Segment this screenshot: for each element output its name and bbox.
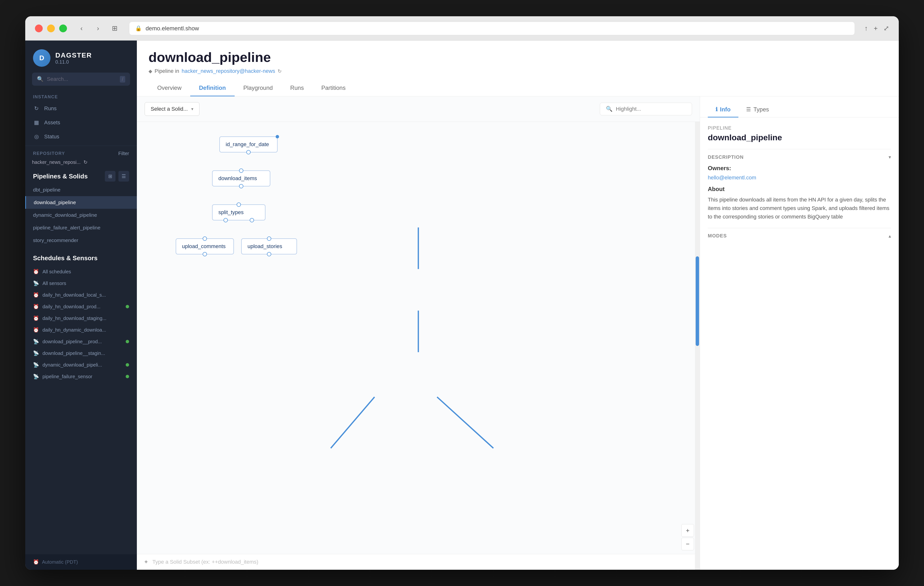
node-top-dot-st [237, 202, 241, 207]
pipeline-item-dynamic[interactable]: dynamic_download_pipeline [25, 209, 137, 222]
sidebar-item-assets-label: Assets [44, 119, 60, 126]
node-upload-stories[interactable]: upload_stories [241, 238, 297, 254]
sensor-label-2: dynamic_download_pipeli... [43, 362, 122, 368]
breadcrumb-repo[interactable]: hacker_news_repository@hacker-news [182, 68, 276, 74]
pipeline-item-failure-alert[interactable]: pipeline_failure_alert_pipeline [25, 222, 137, 234]
share-button[interactable]: ↑ [865, 24, 868, 32]
owners-value: hello@elementl.com [708, 175, 891, 181]
timezone-label: Automatic (PDT) [42, 559, 78, 565]
description-section-header[interactable]: DESCRIPTION ▾ [708, 149, 891, 165]
repo-refresh-icon[interactable]: ↻ [84, 159, 87, 165]
node-bottom-dot [246, 150, 251, 154]
about-label: About [708, 186, 891, 192]
breadcrumb-refresh-icon[interactable]: ↻ [277, 68, 282, 74]
node-label-upload-comments: upload_comments [182, 243, 228, 250]
tab-partitions[interactable]: Partitions [312, 80, 354, 96]
search-bar[interactable]: 🔍 / [32, 73, 130, 86]
sched-item-2[interactable]: ⏰ daily_hn_download_staging... [25, 313, 137, 324]
owners-label: Owners: [708, 165, 891, 172]
sched-item-3[interactable]: ⏰ daily_hn_dynamic_downloa... [25, 324, 137, 336]
tab-playground[interactable]: Playground [234, 80, 282, 96]
window-button[interactable]: ⊞ [110, 23, 119, 33]
description-title: DESCRIPTION [708, 154, 744, 160]
sidebar-divider [25, 146, 137, 146]
select-solid-chevron: ▾ [191, 106, 193, 112]
pipeline-item-dbt[interactable]: dbt_pipeline [25, 184, 137, 196]
node-id-range-for-date[interactable]: id_range_for_date [219, 136, 277, 152]
vertical-scrollbar[interactable] [695, 122, 700, 570]
schedules-section: Schedules & Sensors ⏰ All schedules 📡 Al… [25, 247, 137, 382]
sensor-icon-1: 📡 [33, 350, 39, 356]
node-label-id-range: id_range_for_date [226, 141, 271, 147]
modes-section-header[interactable]: MODES ▴ [708, 228, 891, 244]
back-button[interactable]: ‹ [77, 23, 86, 33]
clock-icon: ⏰ [33, 559, 39, 565]
sidebar-item-runs[interactable]: ↻ Runs [25, 101, 137, 116]
node-split-types[interactable]: split_types [212, 204, 266, 220]
minimize-button[interactable] [47, 25, 55, 32]
scrollbar-thumb[interactable] [696, 257, 699, 346]
info-tab[interactable]: ℹ Info [708, 102, 738, 118]
pipeline-grid-view-button[interactable]: ⊞ [105, 171, 116, 182]
zoom-in-button[interactable]: + [681, 524, 694, 537]
traffic-lights [35, 25, 67, 32]
sched-item-1[interactable]: ⏰ daily_hn_download_prod... [25, 301, 137, 313]
description-section: DESCRIPTION ▾ Owners: hello@elementl.com… [708, 149, 891, 226]
highlight-input[interactable] [616, 106, 686, 112]
status-icon: ◎ [33, 134, 40, 140]
node-label-upload-stories: upload_stories [248, 243, 291, 250]
subset-input-bar: ✦ [137, 554, 695, 570]
sched-label-1: daily_hn_download_prod... [43, 304, 122, 310]
node-download-items[interactable]: download_items [212, 171, 270, 186]
node-upload-comments[interactable]: upload_comments [176, 238, 234, 254]
all-schedules-label: All schedules [43, 269, 129, 275]
lock-icon: 🔒 [135, 25, 142, 31]
pipeline-list-view-button[interactable]: ☰ [119, 171, 129, 182]
tab-definition[interactable]: Definition [190, 80, 234, 96]
node-corner-dot [276, 135, 279, 138]
pipeline-item-story[interactable]: story_recommender [25, 234, 137, 247]
pipeline-item-download[interactable]: download_pipeline [25, 196, 137, 209]
sched-clock-icon-0: ⏰ [33, 292, 39, 298]
node-bottom-dot-uc [203, 252, 207, 257]
sched-item-0[interactable]: ⏰ daily_hn_download_local_s... [25, 289, 137, 301]
types-tab[interactable]: ☰ Types [738, 102, 777, 118]
sensor-item-0[interactable]: 📡 download_pipeline__prod... [25, 336, 137, 348]
connections-svg [137, 122, 700, 570]
url-bar[interactable]: 🔒 demo.elementl.show [129, 22, 855, 35]
sensor-label-3: pipeline_failure_sensor [43, 374, 122, 379]
brand: D DAGSTER 0.11.0 [25, 41, 137, 73]
tab-runs[interactable]: Runs [282, 80, 312, 96]
sidebar-item-assets[interactable]: ▦ Assets [25, 116, 137, 130]
sensor-item-1[interactable]: 📡 download_pipeline__stagin... [25, 348, 137, 359]
all-schedules-item[interactable]: ⏰ All schedules [25, 266, 137, 278]
active-dot-1 [126, 305, 129, 308]
forward-button[interactable]: › [93, 23, 103, 33]
tab-overview[interactable]: Overview [148, 80, 190, 96]
filter-button[interactable]: Filter [119, 151, 129, 156]
sidebar-item-status[interactable]: ◎ Status [25, 130, 137, 144]
description-body: Owners: hello@elementl.com About This pi… [708, 165, 891, 226]
titlebar: ‹ › ⊞ 🔒 demo.elementl.show ↑ + ⤢ [25, 16, 899, 41]
search-input[interactable] [47, 76, 117, 82]
all-sensors-item[interactable]: 📡 All sensors [25, 278, 137, 289]
subset-input[interactable] [152, 559, 688, 565]
new-tab-button[interactable]: + [874, 24, 878, 32]
select-solid-button[interactable]: Select a Solid... ▾ [145, 102, 200, 116]
fullscreen-button[interactable]: ⤢ [883, 24, 889, 32]
sensor-item-2[interactable]: 📡 dynamic_download_pipeli... [25, 359, 137, 371]
zoom-out-button[interactable]: − [681, 538, 694, 550]
subset-icon: ✦ [144, 559, 148, 565]
sensor-item-3[interactable]: 📡 pipeline_failure_sensor [25, 371, 137, 382]
maximize-button[interactable] [59, 25, 67, 32]
repo-header: REPOSITORY Filter [25, 148, 137, 158]
search-icon: 🔍 [37, 76, 43, 82]
svg-line-3 [437, 397, 493, 448]
close-button[interactable] [35, 25, 43, 32]
types-tab-label: Types [753, 106, 769, 113]
pipeline-graph: id_range_for_date download_items split_t… [137, 122, 700, 570]
repo-name: hacker_news_reposi... ↻ [25, 158, 137, 167]
node-bottom-left-dot-st [223, 218, 228, 222]
sched-clock-icon-1: ⏰ [33, 304, 39, 310]
highlight-search[interactable]: 🔍 [600, 103, 692, 115]
